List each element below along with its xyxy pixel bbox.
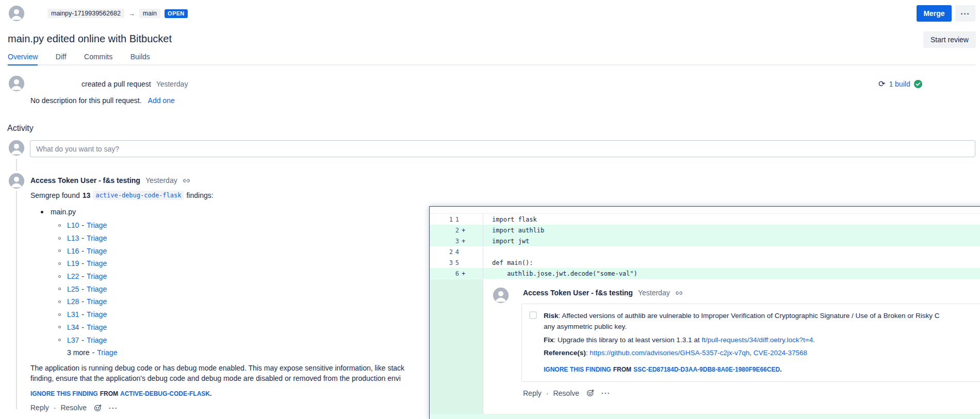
bullet-icon xyxy=(58,339,61,341)
reply-link[interactable]: Reply xyxy=(30,404,49,412)
semgrep-summary-line: Semgrep found 13 active-debug-code-flask… xyxy=(30,191,959,200)
triage-link[interactable]: Triage xyxy=(87,297,107,306)
triage-link[interactable]: Triage xyxy=(87,221,107,229)
ignore-finding-link[interactable]: IGNORE THIS FINDING xyxy=(30,390,98,397)
permalink-icon[interactable] xyxy=(675,289,683,297)
fix-link[interactable]: ft/pull-requests/34/diff:oetry.lock?t=4 xyxy=(701,336,813,344)
pr-state-badge: OPEN xyxy=(165,9,188,18)
bullet-icon xyxy=(58,288,61,290)
triage-link[interactable]: Triage xyxy=(87,323,107,331)
period: . xyxy=(210,390,211,397)
risk-section: Risk: Affected versions of authlib are v… xyxy=(544,310,980,375)
old-line-number: 1 xyxy=(430,216,453,223)
builds-status: ⟳ 1 build xyxy=(878,79,922,89)
finding-line-link[interactable]: L37 xyxy=(67,336,79,344)
diff-sign: + xyxy=(459,238,483,245)
created-action-text: created a pull request xyxy=(81,80,151,88)
finding-line-link[interactable]: L22 xyxy=(67,272,79,280)
finding-line-link[interactable]: L13 xyxy=(67,234,79,242)
ignore-finding-link[interactable]: IGNORE THIS FINDING xyxy=(544,366,611,373)
comment-author: Access Token User - f&s testing xyxy=(30,176,140,185)
triage-link[interactable]: Triage xyxy=(87,247,107,255)
rule-chip-link[interactable]: active-debug-code-flask xyxy=(93,191,184,200)
comment-time: Yesterday xyxy=(638,289,670,297)
triage-link[interactable]: Triage xyxy=(87,336,107,344)
ignore-rule-link[interactable]: ACTIVE-DEBUG-CODE-FLASK xyxy=(120,390,210,397)
add-description-link[interactable]: Add one xyxy=(148,96,175,105)
tab-diff[interactable]: Diff xyxy=(56,53,67,64)
finding-line-link[interactable]: L31 xyxy=(67,310,79,319)
triage-link[interactable]: Triage xyxy=(87,259,107,267)
separator: - xyxy=(81,310,84,319)
new-line-number: 2 xyxy=(453,227,459,234)
references-section: Reference(s): https://github.com/advisor… xyxy=(544,347,980,358)
triage-link[interactable]: Triage xyxy=(97,348,117,357)
comment-input[interactable] xyxy=(30,140,975,157)
separator: - xyxy=(81,234,84,242)
separator: - xyxy=(81,336,84,344)
add-reaction-icon[interactable] xyxy=(586,389,595,397)
inline-comment-actions: Reply · Resolve ··· xyxy=(523,389,980,397)
diff-row-added: 3 + import jwt xyxy=(430,236,980,246)
inline-commenter-avatar xyxy=(493,288,509,303)
no-description-text: No description for this pull request. xyxy=(30,96,142,105)
code-text: def main(): xyxy=(483,257,980,268)
bullet-icon xyxy=(41,211,43,213)
code-text: import authlib xyxy=(483,225,980,236)
bullet-icon xyxy=(58,326,61,328)
triage-link[interactable]: Triage xyxy=(87,285,107,293)
findings-count: 13 xyxy=(83,191,91,199)
resolve-link[interactable]: Resolve xyxy=(60,404,87,412)
tab-overview[interactable]: Overview xyxy=(8,53,38,65)
ignore-id-link[interactable]: SSC-ED87184D-D3AA-9DB8-8A0E-1980F9E66CED xyxy=(633,366,780,373)
cve-link[interactable]: CVE-2024-37568 xyxy=(754,349,807,357)
finding-line-link[interactable]: L34 xyxy=(67,323,79,331)
finding-checkbox[interactable] xyxy=(529,311,537,319)
period: . xyxy=(813,336,815,344)
comment-more-icon[interactable]: ··· xyxy=(601,389,611,397)
finding-line-link[interactable]: L10 xyxy=(67,221,79,229)
build-success-icon xyxy=(914,80,922,88)
new-line-number: 6 xyxy=(453,270,459,277)
triage-link[interactable]: Triage xyxy=(87,234,107,242)
finding-line-link[interactable]: L19 xyxy=(67,259,79,267)
permalink-icon[interactable] xyxy=(183,177,190,185)
commenter-avatar xyxy=(9,173,24,189)
new-line-number: 1 xyxy=(453,216,459,223)
separator: · xyxy=(546,389,549,397)
builds-link[interactable]: 1 build xyxy=(889,80,910,88)
risk-label: Risk xyxy=(544,312,559,320)
pr-tabs: Overview Diff Commits Builds xyxy=(6,52,975,65)
tab-commits[interactable]: Commits xyxy=(84,53,112,64)
source-branch-chip[interactable]: mainpy-1719939562682 xyxy=(47,9,124,19)
separator: - xyxy=(81,297,84,306)
finding-line-link[interactable]: L16 xyxy=(67,247,79,255)
tab-builds[interactable]: Builds xyxy=(130,53,150,64)
start-review-button[interactable]: Start review xyxy=(923,31,976,48)
triage-link[interactable]: Triage xyxy=(87,310,107,319)
summary-prefix: Semgrep found xyxy=(30,191,80,199)
add-reaction-icon[interactable] xyxy=(93,404,102,412)
thread-connector xyxy=(16,191,17,409)
resolve-link[interactable]: Resolve xyxy=(553,389,579,397)
target-branch-chip[interactable]: main xyxy=(139,9,160,19)
diff-sign: + xyxy=(459,270,483,277)
comment-more-icon[interactable]: ··· xyxy=(109,404,118,412)
old-line-number: 2 xyxy=(430,248,453,256)
merge-button[interactable]: Merge xyxy=(917,5,952,22)
reply-link[interactable]: Reply xyxy=(523,389,542,397)
advisory-link[interactable]: https://github.com/advisories/GHSA-5357-… xyxy=(590,349,749,357)
diff-row-added: 2 + import authlib xyxy=(430,225,980,236)
activity-heading: Activity xyxy=(7,124,34,133)
bullet-icon xyxy=(58,262,61,265)
diff-header-strip xyxy=(430,207,980,214)
created-time: Yesterday xyxy=(156,80,188,88)
pr-more-actions-button[interactable]: ··· xyxy=(955,5,975,22)
diff-row: 1 1 import flask xyxy=(430,214,980,225)
finding-line-link[interactable]: L28 xyxy=(67,297,79,306)
finding-line-link[interactable]: L25 xyxy=(67,285,79,293)
diff-row-added-partial xyxy=(430,414,980,419)
triage-link[interactable]: Triage xyxy=(87,272,107,280)
summary-suffix: findings: xyxy=(186,191,213,199)
diff-row-added: 6 + authlib.jose.jwt.decode("some-val") xyxy=(430,268,980,279)
